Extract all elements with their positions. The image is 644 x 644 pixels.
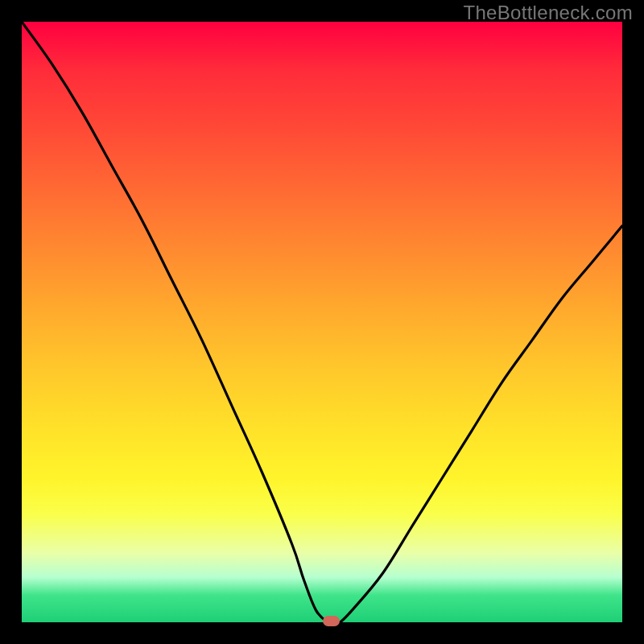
curve-path (22, 22, 622, 622)
plot-area (22, 22, 622, 622)
chart-frame: TheBottleneck.com (0, 0, 644, 644)
minimum-marker (323, 616, 340, 626)
watermark-text: TheBottleneck.com (463, 2, 633, 24)
bottleneck-curve (22, 22, 622, 622)
